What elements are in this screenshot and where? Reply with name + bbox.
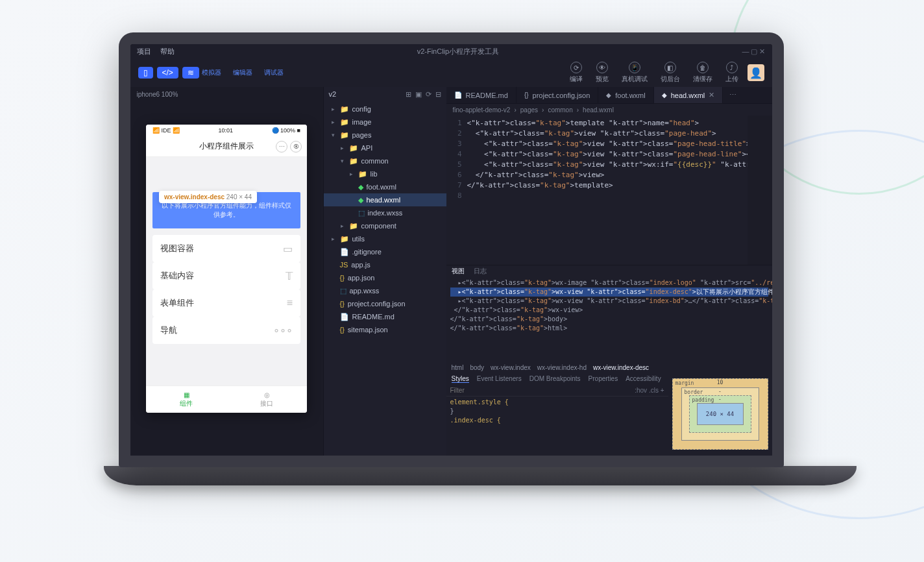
label-editor: 编辑器 (233, 68, 252, 77)
tree-node[interactable]: ⬚index.wxss (324, 206, 446, 219)
workspace: iphone6 100% 📶 IDE 📶 10:01 🔵 100% ■ 小程序组… (130, 87, 772, 456)
tree-node[interactable]: ▸📁API (324, 141, 446, 154)
minimap[interactable] (748, 116, 772, 265)
phone-list-item[interactable]: 导航∘∘∘ (152, 317, 300, 344)
crumb-segment[interactable]: html (452, 364, 464, 371)
tree-node[interactable]: 📄.gitignore (324, 245, 446, 258)
phone-statusbar: 📶 IDE 📶 10:01 🔵 100% ■ (146, 125, 307, 136)
new-folder-icon[interactable]: ▣ (415, 90, 422, 99)
styles-subtab[interactable]: Event Listeners (477, 375, 522, 382)
menu-help[interactable]: 帮助 (160, 47, 175, 56)
file-tree: ▸📁config▸📁image▾📁pages▸📁API▾📁common▸📁lib… (324, 101, 446, 456)
editor-tab[interactable]: 📄README.md (446, 87, 517, 103)
phone-list-item[interactable]: 基础内容𝕋 (152, 262, 300, 289)
tree-node[interactable]: ▾📁common (324, 154, 446, 167)
refresh-icon[interactable]: ⟳ (426, 90, 432, 99)
css-rules[interactable]: element.style {}.index-desc {</span></di… (446, 397, 668, 456)
tree-node[interactable]: ⬚app.wxss (324, 284, 446, 297)
file-explorer: v2 ⊞ ▣ ⟳ ⊟ ▸📁config▸📁image▾📁pages▸📁API▾📁… (323, 87, 446, 456)
crumb-segment[interactable]: body (470, 364, 484, 371)
tree-node[interactable]: {}project.config.json (324, 297, 446, 310)
tree-node[interactable]: ▸📁utils (324, 232, 446, 245)
action-remote[interactable]: 📱真机调试 (622, 62, 648, 84)
tabs-overflow-icon[interactable]: ⋯ (723, 87, 743, 103)
phone-preview: 📶 IDE 📶 10:01 🔵 100% ■ 小程序组件展示 ⋯ ⦿ (146, 125, 307, 413)
menu-project[interactable]: 项目 (137, 47, 151, 56)
action-compile[interactable]: ⟳编译 (570, 62, 583, 84)
element-node[interactable]: </"k-attr">class="k-tag">wx-view> (450, 306, 768, 315)
window-title: v2-FinClip小程序开发工具 (184, 47, 733, 56)
editor-tabs: 📄README.md{}project.config.json◆foot.wxm… (446, 87, 772, 104)
tree-node[interactable]: 📄README.md (324, 310, 446, 323)
collapse-icon[interactable]: ⊟ (435, 90, 441, 99)
breadcrumb-segment[interactable]: pages (520, 106, 538, 114)
camera-dot (449, 37, 453, 41)
box-model: margin10 border- padding- 240 × 44 (668, 373, 772, 456)
crumb-segment[interactable]: wx-view.index-desc (593, 364, 649, 371)
label-simulator: 模拟器 (202, 68, 221, 77)
add-rule-icon[interactable]: + (661, 387, 664, 394)
tree-node[interactable]: ◆head.wxml (324, 193, 446, 206)
editor-tab[interactable]: {}project.config.json (517, 87, 598, 103)
project-root[interactable]: v2 (329, 90, 337, 98)
styles-subtab[interactable]: Styles (452, 375, 469, 383)
styles-subtab[interactable]: Accessibility (626, 375, 661, 382)
crumb-segment[interactable]: wx-view.index (491, 364, 531, 371)
tree-node[interactable]: ▸📁config (324, 103, 446, 116)
element-node[interactable]: </"k-attr">class="k-tag">html> (450, 324, 768, 333)
tree-node[interactable]: {}sitemap.json (324, 323, 446, 336)
elements-breadcrumb[interactable]: htmlbodywx-view.indexwx-view.index-hdwx-… (446, 363, 772, 373)
tree-node[interactable]: ◆foot.wxml (324, 180, 446, 193)
menubar: 项目 帮助 v2-FinClip小程序开发工具 — ▢ ✕ (130, 44, 772, 58)
phone-menu-icon[interactable]: ⋯ (276, 141, 287, 153)
element-node[interactable]: </"k-attr">class="k-tag">body> (450, 315, 768, 324)
pill-editor[interactable]: </> (157, 67, 178, 79)
element-node[interactable]: ▸<"k-attr">class="k-tag">wx-view "k-attr… (450, 297, 768, 306)
action-upload[interactable]: ⤴上传 (725, 62, 738, 84)
phone-list-item[interactable]: 视图容器▭ (152, 235, 300, 262)
tree-node[interactable]: JSapp.js (324, 258, 446, 271)
phone-navbar: 小程序组件展示 ⋯ ⦿ (146, 136, 307, 157)
breadcrumb-segment[interactable]: fino-applet-demo-v2 (453, 106, 511, 114)
element-node[interactable]: ▸<"k-attr">class="k-tag">wx-image "k-att… (450, 278, 768, 287)
code-editor[interactable]: 12345678 <"k-attr">class="k-tag">templat… (446, 116, 772, 265)
styles-filter-input[interactable] (450, 387, 635, 394)
avatar[interactable]: 👤 (748, 64, 764, 81)
editor-tab[interactable]: ◆head.wxml✕ (654, 87, 723, 103)
phone-tab-api[interactable]: ◎接口 (226, 386, 307, 413)
window-controls[interactable]: — ▢ ✕ (742, 47, 765, 56)
phone-list-item[interactable]: 表单组件≡ (152, 289, 300, 317)
breadcrumb-segment[interactable]: common (548, 106, 572, 114)
devtools-tab-elements[interactable]: 视图 (452, 267, 465, 276)
devtools-tab-log[interactable]: 日志 (474, 267, 487, 276)
laptop-base (104, 466, 857, 485)
breadcrumb-segment[interactable]: head.wxml (583, 106, 614, 114)
laptop-screen: 项目 帮助 v2-FinClip小程序开发工具 — ▢ ✕ ▯ </> ≋ 模拟… (119, 32, 784, 467)
action-cache[interactable]: 🗑清缓存 (693, 62, 712, 84)
new-file-icon[interactable]: ⊞ (406, 90, 411, 99)
element-node[interactable]: ▸<"k-attr">class="k-tag">wx-view "k-attr… (450, 287, 768, 297)
box-model-content: 240 × 44 (697, 403, 744, 425)
styles-subtab[interactable]: DOM Breakpoints (529, 375, 581, 382)
pill-simulator[interactable]: ▯ (138, 67, 153, 79)
crumb-segment[interactable]: wx-view.index-hd (537, 364, 587, 371)
ide-window: 项目 帮助 v2-FinClip小程序开发工具 — ▢ ✕ ▯ </> ≋ 模拟… (130, 44, 772, 456)
tree-node[interactable]: ▸📁lib (324, 167, 446, 180)
editor-tab[interactable]: ◆foot.wxml (598, 87, 653, 103)
tree-node[interactable]: {}app.json (324, 271, 446, 284)
phone-close-icon[interactable]: ⦿ (290, 141, 302, 153)
tree-node[interactable]: ▾📁pages (324, 128, 446, 141)
tree-node[interactable]: ▸📁image (324, 116, 446, 128)
styles-subtab[interactable]: Properties (589, 375, 618, 382)
cls-toggle[interactable]: .cls (649, 387, 659, 394)
hov-toggle[interactable]: :hov (635, 387, 647, 394)
action-preview[interactable]: 👁预览 (596, 62, 609, 84)
editor-area: 📄README.md{}project.config.json◆foot.wxm… (446, 87, 772, 456)
elements-panel[interactable]: ▸<"k-attr">class="k-tag">wx-image "k-att… (446, 277, 772, 362)
styles-panel: StylesEvent ListenersDOM BreakpointsProp… (446, 373, 668, 456)
phone-tab-components[interactable]: ▦组件 (146, 386, 226, 413)
devtools: 视图 日志 ▸<"k-attr">class="k-tag">wx-image … (446, 265, 772, 456)
pill-debugger[interactable]: ≋ (182, 67, 199, 79)
action-bg[interactable]: ◧切后台 (661, 62, 680, 84)
tree-node[interactable]: ▸📁component (324, 219, 446, 232)
